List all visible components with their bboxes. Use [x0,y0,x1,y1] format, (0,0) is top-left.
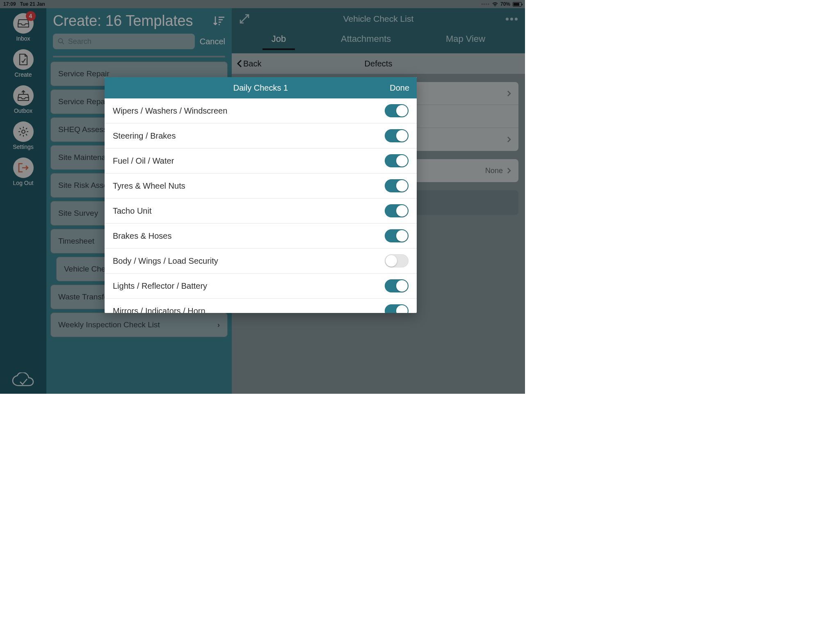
check-row: Fuel / Oil / Water [105,148,417,173]
check-row: Brakes & Hoses [105,224,417,249]
check-row: Mirrors / Indicators / Horn [105,299,417,313]
check-list: Wipers / Washers / WindscreenSteering / … [105,98,417,313]
check-row-label: Body / Wings / Load Security [113,256,218,266]
check-row: Steering / Brakes [105,123,417,148]
modal-title: Daily Checks 1 [233,83,288,93]
check-row-label: Tyres & Wheel Nuts [113,181,185,191]
check-row-label: Steering / Brakes [113,131,176,141]
toggle-switch[interactable] [385,204,409,217]
check-row-label: Mirrors / Indicators / Horn [113,306,205,313]
check-row: Body / Wings / Load Security [105,249,417,274]
check-row: Wipers / Washers / Windscreen [105,98,417,123]
check-row-label: Fuel / Oil / Water [113,156,174,166]
toggle-switch[interactable] [385,154,409,167]
check-row: Lights / Reflector / Battery [105,274,417,299]
toggle-switch[interactable] [385,229,409,242]
check-row-label: Wipers / Washers / Windscreen [113,106,227,116]
daily-checks-modal: Daily Checks 1 Done Wipers / Washers / W… [105,77,417,313]
toggle-switch[interactable] [385,279,409,292]
toggle-switch[interactable] [385,104,409,117]
check-row-label: Lights / Reflector / Battery [113,281,207,291]
check-row: Tacho Unit [105,199,417,224]
check-row: Tyres & Wheel Nuts [105,173,417,199]
toggle-switch[interactable] [385,129,409,142]
toggle-switch[interactable] [385,304,409,313]
toggle-switch[interactable] [385,179,409,192]
toggle-switch[interactable] [385,254,409,267]
check-row-label: Brakes & Hoses [113,231,171,241]
check-row-label: Tacho Unit [113,206,152,216]
done-button[interactable]: Done [390,83,409,93]
